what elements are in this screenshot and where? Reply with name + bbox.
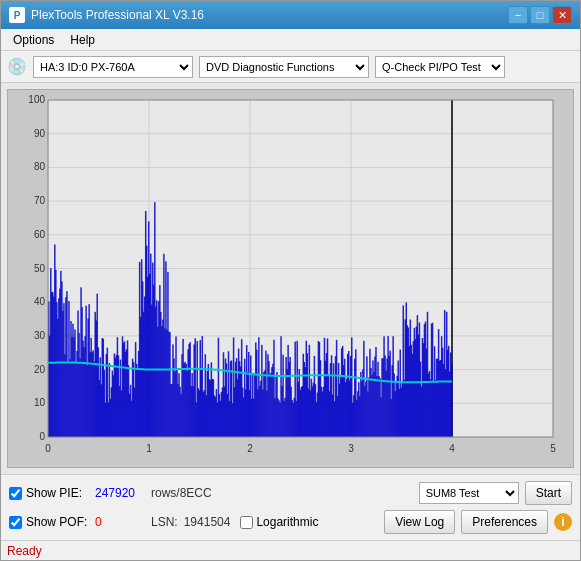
pie-row-controls: SUM8 Test SUM1 Test Start — [419, 481, 572, 505]
menu-help[interactable]: Help — [62, 31, 103, 49]
status-text: Ready — [7, 544, 42, 558]
pie-row: Show PIE: 247920 rows/8ECC SUM8 Test SUM… — [9, 481, 572, 505]
logarithmic-label: Logarithmic — [256, 515, 318, 529]
bottom-panel: Show PIE: 247920 rows/8ECC SUM8 Test SUM… — [1, 474, 580, 540]
title-bar: P PlexTools Professional XL V3.16 − □ ✕ — [1, 1, 580, 29]
status-bar: Ready — [1, 540, 580, 560]
start-button[interactable]: Start — [525, 481, 572, 505]
chart-area — [1, 83, 580, 474]
show-pie-label: Show PIE: — [26, 486, 82, 500]
test-selector[interactable]: Q-Check PI/PO Test — [375, 56, 505, 78]
lsn-label: LSN: — [151, 515, 178, 529]
info-button[interactable]: i — [554, 513, 572, 531]
logarithmic-checkbox-label[interactable]: Logarithmic — [240, 515, 318, 529]
show-pof-label: Show POF: — [26, 515, 87, 529]
show-pof-checkbox-label[interactable]: Show POF: — [9, 515, 89, 529]
chart-canvas — [8, 90, 573, 467]
logarithmic-checkbox[interactable] — [240, 516, 253, 529]
close-button[interactable]: ✕ — [552, 6, 572, 24]
app-icon: P — [9, 7, 25, 23]
maximize-button[interactable]: □ — [530, 6, 550, 24]
show-pof-checkbox[interactable] — [9, 516, 22, 529]
menu-bar: Options Help — [1, 29, 580, 51]
pie-value: 247920 — [95, 486, 145, 500]
toolbar: 💿 HA:3 ID:0 PX-760A DVD Diagnostic Funct… — [1, 51, 580, 83]
function-selector[interactable]: DVD Diagnostic Functions — [199, 56, 369, 78]
minimize-button[interactable]: − — [508, 6, 528, 24]
drive-selector[interactable]: HA:3 ID:0 PX-760A — [33, 56, 193, 78]
sum8-selector[interactable]: SUM8 Test SUM1 Test — [419, 482, 519, 504]
view-log-button[interactable]: View Log — [384, 510, 455, 534]
preferences-button[interactable]: Preferences — [461, 510, 548, 534]
show-pie-checkbox-label[interactable]: Show PIE: — [9, 486, 89, 500]
rows-label: rows/8ECC — [151, 486, 212, 500]
pof-row-controls: View Log Preferences i — [384, 510, 572, 534]
drive-icon: 💿 — [7, 57, 27, 77]
main-window: P PlexTools Professional XL V3.16 − □ ✕ … — [0, 0, 581, 561]
window-title: PlexTools Professional XL V3.16 — [31, 8, 508, 22]
window-controls: − □ ✕ — [508, 6, 572, 24]
chart-container — [7, 89, 574, 468]
pof-value: 0 — [95, 515, 145, 529]
menu-options[interactable]: Options — [5, 31, 62, 49]
show-pie-checkbox[interactable] — [9, 487, 22, 500]
lsn-value: 1941504 — [184, 515, 231, 529]
pof-row: Show POF: 0 LSN: 1941504 Logarithmic Vie… — [9, 510, 572, 534]
